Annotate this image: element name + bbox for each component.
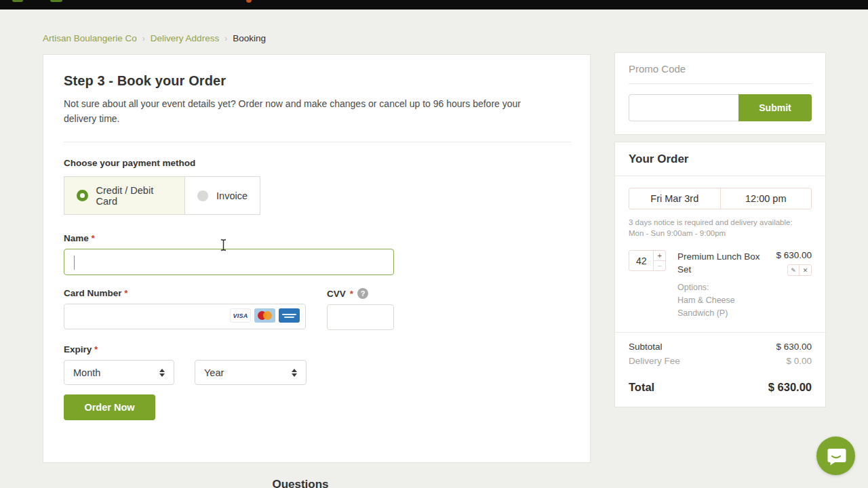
item-price: $ 630.00 xyxy=(776,250,812,260)
payment-method-label: Choose your payment method xyxy=(64,158,570,168)
quantity-stepper: 42 + − xyxy=(629,250,666,271)
payment-option-card-label: Credit / Debit Card xyxy=(96,185,172,207)
delivery-date-button[interactable]: Fri Mar 3rd xyxy=(629,188,721,209)
chat-bubble-icon xyxy=(826,446,846,466)
promo-submit-button[interactable]: Submit xyxy=(738,94,812,121)
payment-option-invoice-label: Invoice xyxy=(216,190,248,201)
radio-selected-icon[interactable] xyxy=(77,190,88,201)
booking-card: Step 3 - Book your Order Not sure about … xyxy=(43,54,591,463)
required-asterisk: * xyxy=(350,289,353,299)
delivery-notice: 3 days notice is required and delivery a… xyxy=(629,217,812,239)
order-now-button[interactable]: Order Now xyxy=(64,394,155,420)
expiry-year-value: Year xyxy=(204,367,224,378)
logo-fragment-icon xyxy=(12,0,23,2)
delivery-time-button[interactable]: 12:00 pm xyxy=(721,188,812,209)
breadcrumb-separator: › xyxy=(142,34,145,43)
total-row: Total $ 630.00 xyxy=(615,373,825,407)
item-options: Options: Ham & Cheese Sandwich (P) xyxy=(677,281,763,320)
required-asterisk: * xyxy=(92,233,95,243)
breadcrumb-current-page: Booking xyxy=(233,33,266,43)
quantity-decrease-button[interactable]: − xyxy=(654,261,665,270)
subtotal-label: Subtotal xyxy=(629,342,663,352)
order-summary-panel: Your Order Fri Mar 3rd 12:00 pm 3 days n… xyxy=(614,142,826,407)
card-brand-icons: VISA xyxy=(230,308,300,323)
delivery-datetime-row: Fri Mar 3rd 12:00 pm xyxy=(629,188,812,209)
payment-option-card[interactable]: Credit / Debit Card xyxy=(64,177,184,214)
breadcrumb-delivery-link[interactable]: Delivery Address xyxy=(151,33,219,43)
top-nav-bar xyxy=(0,0,868,9)
breadcrumb: Artisan Boulangerie Co › Delivery Addres… xyxy=(43,33,266,43)
page-title: Step 3 - Book your Order xyxy=(64,73,570,89)
breadcrumb-vendor-link[interactable]: Artisan Boulangerie Co xyxy=(43,33,137,43)
expiry-month-value: Month xyxy=(73,367,100,378)
promo-code-input[interactable] xyxy=(629,94,738,121)
cvv-label: CVV * ? xyxy=(327,288,394,299)
promo-code-panel: Promo Code Submit xyxy=(614,52,826,135)
delivery-fee-row: Delivery Fee $ 0.00 xyxy=(629,356,812,366)
expiry-label: Expiry * xyxy=(64,344,570,354)
expiry-year-select[interactable]: Year xyxy=(195,360,307,385)
delivery-fee-label: Delivery Fee xyxy=(629,356,680,366)
edit-item-icon[interactable]: ✎ xyxy=(788,265,800,275)
card-number-label: Card Number * xyxy=(64,288,306,298)
item-name: Premium Lunch Box Set xyxy=(677,250,763,276)
subtotal-row: Subtotal $ 630.00 xyxy=(629,342,812,352)
subtotal-value: $ 630.00 xyxy=(776,342,812,352)
delivery-fee-value: $ 0.00 xyxy=(786,356,812,366)
mastercard-icon xyxy=(254,308,275,323)
order-item-row: 42 + − Premium Lunch Box Set Options: Ha… xyxy=(629,250,812,320)
select-arrows-icon xyxy=(292,369,297,377)
required-asterisk: * xyxy=(94,344,98,354)
chat-launcher-button[interactable] xyxy=(816,436,855,475)
name-label: Name * xyxy=(64,233,570,243)
quantity-value[interactable]: 42 xyxy=(629,251,653,270)
text-caret xyxy=(74,256,75,270)
order-summary-title: Your Order xyxy=(629,152,812,166)
payment-method-group: Credit / Debit Card Invoice xyxy=(64,176,260,215)
total-label: Total xyxy=(629,381,654,394)
nav-badge-icon xyxy=(246,0,252,3)
expiry-month-select[interactable]: Month xyxy=(64,360,174,385)
logo-fragment-icon xyxy=(50,0,62,2)
radio-unselected-icon[interactable] xyxy=(197,190,208,201)
select-arrows-icon xyxy=(159,369,165,377)
promo-code-title: Promo Code xyxy=(629,63,812,75)
amex-icon xyxy=(279,308,300,323)
remove-item-icon[interactable]: ✕ xyxy=(800,265,811,275)
required-asterisk: * xyxy=(124,288,127,298)
divider xyxy=(64,142,571,142)
cvv-help-icon[interactable]: ? xyxy=(357,288,368,299)
payment-option-invoice[interactable]: Invoice xyxy=(184,177,260,214)
total-value: $ 630.00 xyxy=(768,381,812,394)
divider xyxy=(629,83,812,84)
page-subtitle: Not sure about all your event details ye… xyxy=(64,96,556,126)
questions-heading: Questions xyxy=(43,478,558,488)
cvv-field[interactable] xyxy=(327,304,394,330)
quantity-increase-button[interactable]: + xyxy=(654,251,665,261)
breadcrumb-separator: › xyxy=(224,34,227,43)
name-field[interactable] xyxy=(64,249,394,275)
visa-icon: VISA xyxy=(230,308,251,323)
